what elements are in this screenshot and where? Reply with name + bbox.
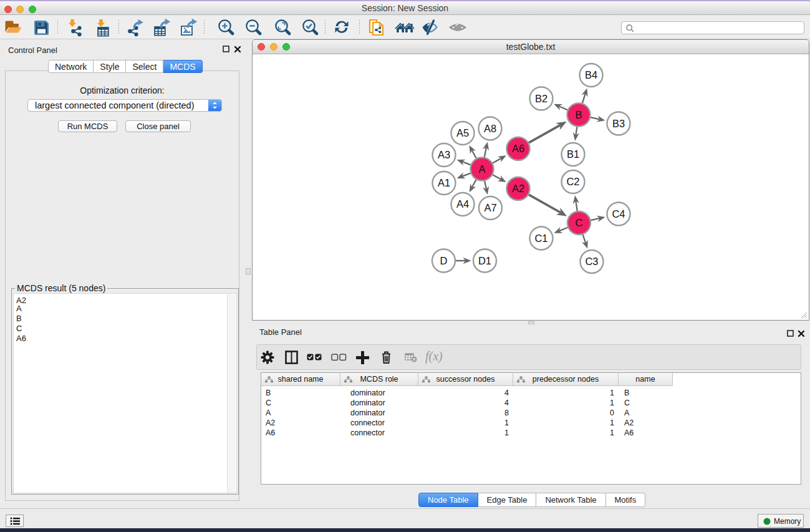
svg-text:A3: A3 (438, 149, 450, 160)
svg-text:C2: C2 (566, 176, 579, 187)
svg-text:A4: A4 (456, 198, 469, 210)
svg-text:A1: A1 (438, 177, 450, 188)
svg-text:D1: D1 (478, 255, 491, 266)
svg-text:A7: A7 (484, 202, 496, 213)
svg-text:C3: C3 (585, 256, 598, 267)
svg-text:A5: A5 (456, 127, 469, 138)
svg-text:A: A (478, 163, 485, 175)
svg-text:B4: B4 (585, 69, 597, 80)
svg-text:B: B (575, 109, 582, 120)
svg-text:B2: B2 (535, 93, 547, 104)
svg-text:D: D (440, 255, 448, 266)
svg-text:A6: A6 (512, 143, 524, 154)
svg-text:B3: B3 (612, 118, 625, 129)
svg-text:B1: B1 (567, 148, 579, 160)
svg-text:A2: A2 (512, 183, 524, 194)
svg-text:A8: A8 (484, 123, 496, 134)
svg-text:C4: C4 (612, 208, 625, 220)
svg-text:C1: C1 (534, 233, 547, 244)
svg-text:C: C (576, 217, 583, 228)
